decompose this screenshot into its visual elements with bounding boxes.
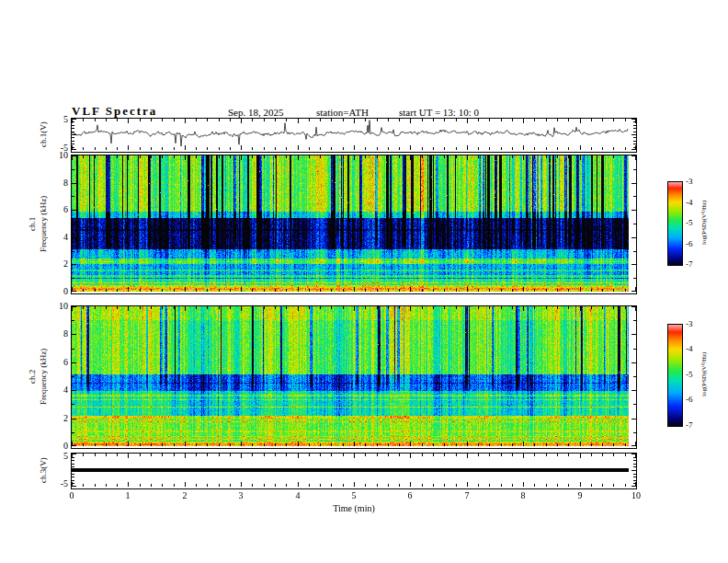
ch1-spec-ytick-2: 2	[46, 259, 68, 269]
xtick-0: 0	[63, 490, 81, 500]
xtick-7: 7	[458, 490, 476, 500]
ch3-wave-ytick-5: 5	[46, 452, 68, 461]
ch1-spec-ytick-6: 6	[46, 205, 68, 214]
ch2-spec-ytick-4: 4	[46, 385, 68, 395]
ch2-spectrogram-panel	[71, 305, 637, 449]
xtick-5: 5	[345, 490, 363, 500]
ch3-waveform-canvas	[72, 454, 636, 487]
plot-station: station=ATH	[316, 107, 369, 118]
ch2-spectrogram-canvas	[72, 306, 636, 446]
xtick-10: 10	[627, 490, 645, 500]
ch3-wave-ytick-m5: -5	[46, 479, 68, 488]
ch1-waveform-canvas	[72, 119, 636, 150]
ch1-spec-ytick-0: 0	[46, 287, 68, 296]
ch2-spec-ytick-10: 10	[46, 302, 68, 311]
xtick-9: 9	[571, 490, 589, 500]
ch2-spec-ytick-8: 8	[46, 329, 68, 339]
ch1-spec-ytick-4: 4	[46, 233, 68, 242]
xtick-6: 6	[401, 490, 419, 500]
ch2-spec-ytick-6: 6	[46, 358, 68, 367]
ch1-spec-ytick-8: 8	[46, 178, 68, 188]
xtick-1: 1	[119, 490, 137, 500]
xtick-3: 3	[232, 490, 250, 500]
plot-start-ut: start UT = 13: 10: 0	[399, 107, 479, 118]
ch2-spec-ytick-0: 0	[46, 442, 68, 451]
vlf-spectra-figure: VLF Spectra Sep. 18, 2025 station=ATH st…	[0, 0, 728, 563]
colorbar-ch2	[667, 324, 683, 427]
xtick-8: 8	[514, 490, 532, 500]
ch1-spec-channel-label: ch.1	[28, 155, 39, 292]
plot-title: VLF Spectra	[72, 104, 157, 119]
colorbar-ch1-canvas	[668, 182, 682, 265]
cbar2-label: log(PSD)(V²/Hz)	[700, 324, 710, 425]
time-axis-label: Time (min)	[72, 503, 636, 513]
ch1-spectrogram-canvas	[72, 155, 636, 292]
cbar1-label: log(PSD)(V²/Hz)	[700, 181, 710, 264]
ch1-waveform-panel	[71, 118, 637, 153]
ch3-waveform-panel	[71, 453, 637, 489]
ch2-spec-channel-label: ch.2	[28, 306, 39, 446]
colorbar-ch1	[667, 181, 683, 266]
ch1-spectrogram-panel	[71, 155, 637, 294]
plot-date: Sep. 18, 2025	[228, 107, 284, 118]
xtick-2: 2	[176, 490, 194, 500]
ch2-spec-freq-label: Frequency (kHz)	[39, 306, 50, 446]
xtick-4: 4	[289, 490, 307, 500]
colorbar-ch2-canvas	[668, 325, 682, 426]
ch2-spec-ytick-2: 2	[46, 414, 68, 423]
ch1-wave-ytick-5: 5	[46, 115, 68, 124]
ch1-spec-freq-label: Frequency (kHz)	[39, 155, 50, 292]
ch1-spec-ytick-10: 10	[46, 151, 68, 160]
